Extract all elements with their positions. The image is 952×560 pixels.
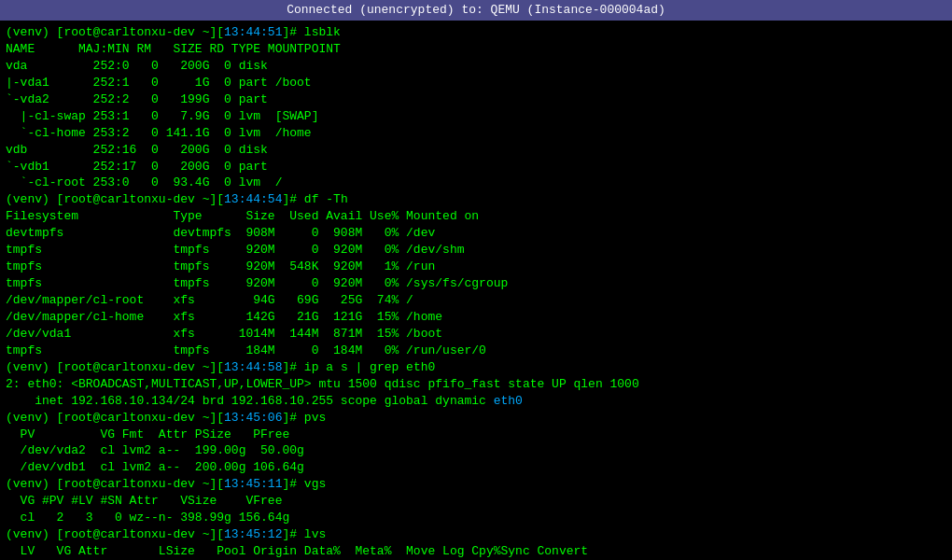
terminal[interactable]: (venv) [root@carltonxu-dev ~][13:44:51]#… (0, 21, 952, 560)
terminal-line: 2: eth0: <BROADCAST,MULTICAST,UP,LOWER_U… (6, 376, 946, 393)
terminal-line: tmpfs tmpfs 920M 0 920M 0% /dev/shm (6, 242, 946, 259)
terminal-line: NAME MAJ:MIN RM SIZE RD TYPE MOUNTPOINT (6, 41, 946, 58)
terminal-line: `-cl-home 253:2 0 141.1G 0 lvm /home (6, 125, 946, 142)
terminal-line: (venv) [root@carltonxu-dev ~][13:45:06]#… (6, 410, 946, 427)
terminal-line: `-vda2 252:2 0 199G 0 part (6, 91, 946, 108)
terminal-line: |-cl-swap 253:1 0 7.9G 0 lvm [SWAP] (6, 108, 946, 125)
terminal-line: tmpfs tmpfs 920M 548K 920M 1% /run (6, 259, 946, 275)
terminal-line: inet 192.168.10.134/24 brd 192.168.10.25… (6, 393, 946, 410)
terminal-line: VG #PV #LV #SN Attr VSize VFree (6, 493, 946, 510)
terminal-line: `-vdb1 252:17 0 200G 0 part (6, 159, 946, 175)
title-text: Connected (unencrypted) to: QEMU (Instan… (287, 3, 665, 17)
terminal-line: (venv) [root@carltonxu-dev ~][13:44:58]#… (6, 359, 946, 376)
terminal-line: (venv) [root@carltonxu-dev ~][13:45:11]#… (6, 476, 946, 493)
terminal-line: (venv) [root@carltonxu-dev ~][13:44:51]#… (6, 24, 946, 41)
terminal-line: LV VG Attr LSize Pool Origin Data% Meta%… (6, 543, 946, 560)
title-bar: Connected (unencrypted) to: QEMU (Instan… (0, 0, 952, 21)
terminal-line: /dev/vda2 cl lvm2 a-- 199.00g 50.00g (6, 442, 946, 459)
terminal-line: vdb 252:16 0 200G 0 disk (6, 142, 946, 159)
terminal-line: (venv) [root@carltonxu-dev ~][13:44:54]#… (6, 191, 946, 208)
terminal-line: /dev/mapper/cl-root xfs 94G 69G 25G 74% … (6, 292, 946, 309)
terminal-line: tmpfs tmpfs 920M 0 920M 0% /sys/fs/cgrou… (6, 275, 946, 292)
terminal-line: vda 252:0 0 200G 0 disk (6, 58, 946, 75)
terminal-line: /dev/vdb1 cl lvm2 a-- 200.00g 106.64g (6, 459, 946, 476)
terminal-line: tmpfs tmpfs 184M 0 184M 0% /run/user/0 (6, 343, 946, 359)
terminal-line: |-vda1 252:1 0 1G 0 part /boot (6, 75, 946, 91)
terminal-line: `-cl-root 253:0 0 93.4G 0 lvm / (6, 175, 946, 191)
terminal-line: Filesystem Type Size Used Avail Use% Mou… (6, 208, 946, 225)
terminal-line: /dev/vda1 xfs 1014M 144M 871M 15% /boot (6, 326, 946, 343)
terminal-line: (venv) [root@carltonxu-dev ~][13:45:12]#… (6, 526, 946, 543)
terminal-line: PV VG Fmt Attr PSize PFree (6, 427, 946, 443)
terminal-line: /dev/mapper/cl-home xfs 142G 21G 121G 15… (6, 309, 946, 326)
terminal-line: devtmpfs devtmpfs 908M 0 908M 0% /dev (6, 225, 946, 242)
terminal-line: cl 2 3 0 wz--n- 398.99g 156.64g (6, 510, 946, 526)
